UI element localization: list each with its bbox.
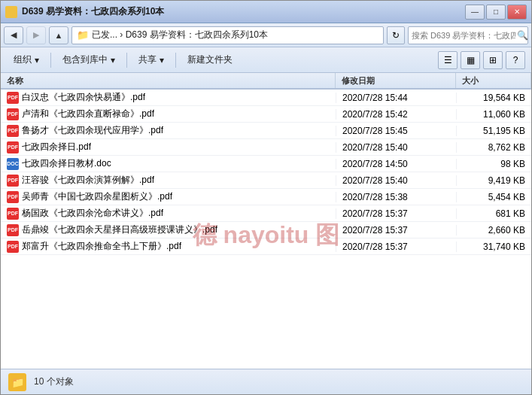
up-button[interactable]: ▲ bbox=[49, 26, 68, 44]
file-size: 19,564 KB bbox=[456, 93, 531, 103]
file-date: 2020/7/28 15:38 bbox=[336, 192, 456, 202]
forward-button[interactable]: ▶ bbox=[26, 26, 46, 44]
back-button[interactable]: ◀ bbox=[4, 26, 23, 44]
file-name-cell: PDF 卢清和《七政四余直断禄命》.pdf bbox=[1, 108, 336, 120]
title-bar: D639 易学资料：七政四余系列10本 — □ ✕ bbox=[1, 1, 531, 23]
table-row[interactable]: PDF 白汉忠《七政四余快易通》.pdf 2020/7/28 15:44 19,… bbox=[1, 90, 531, 106]
file-size: 9,419 KB bbox=[456, 175, 531, 186]
file-name-cell: PDF 杨国政《七政四余沦命术讲义》.pdf bbox=[1, 207, 336, 220]
pdf-icon: PDF bbox=[7, 208, 19, 220]
file-date: 2020/7/28 14:50 bbox=[336, 159, 456, 169]
col-date-header[interactable]: 修改日期 bbox=[336, 73, 456, 88]
pdf-icon: PDF bbox=[7, 191, 19, 203]
include-library-label: 包含到库中 bbox=[62, 53, 108, 66]
organize-chevron-icon: ▾ bbox=[35, 55, 39, 65]
share-button[interactable]: 共享 ▾ bbox=[132, 50, 171, 71]
table-row[interactable]: DOC 七政四余择日教材.doc 2020/7/28 14:50 98 KB bbox=[1, 156, 531, 172]
view-tiles-button[interactable]: ⊞ bbox=[483, 51, 503, 69]
toolbar-separator-1 bbox=[50, 53, 51, 68]
maximize-button[interactable]: □ bbox=[486, 5, 506, 20]
help-button[interactable]: ? bbox=[506, 51, 525, 69]
file-date: 2020/7/28 15:42 bbox=[336, 109, 456, 120]
pdf-icon: PDF bbox=[7, 241, 19, 253]
file-size: 51,195 KB bbox=[456, 126, 531, 136]
title-bar-left: D639 易学资料：七政四余系列10本 bbox=[5, 5, 164, 18]
status-bar: 📁 10 个对象 bbox=[1, 369, 531, 394]
include-library-chevron-icon: ▾ bbox=[111, 55, 115, 65]
file-name: 岳鼎竣《七政四余天星择日高级班授课讲义》.pdf bbox=[22, 223, 217, 236]
table-row[interactable]: PDF 鲁扬才《七政四余现代应用学》.pdf 2020/7/28 15:45 5… bbox=[1, 123, 531, 139]
file-list: PDF 白汉忠《七政四余快易通》.pdf 2020/7/28 15:44 19,… bbox=[1, 90, 531, 369]
file-size: 2,660 KB bbox=[456, 225, 531, 235]
organize-button[interactable]: 组织 ▾ bbox=[7, 50, 46, 71]
address-text: 已发... › D639 易学资料：七政四余系列10本 bbox=[92, 29, 268, 41]
table-row[interactable]: PDF 吴师青《中国七政四余星图析义》.pdf 2020/7/28 15:38 … bbox=[1, 189, 531, 205]
file-name-cell: PDF 郑富升《七政四余推命全书上下册》.pdf bbox=[1, 240, 336, 253]
file-date: 2020/7/28 15:37 bbox=[336, 208, 456, 219]
file-size: 11,060 KB bbox=[456, 109, 531, 120]
file-name: 七政四余择日教材.doc bbox=[22, 157, 111, 170]
share-chevron-icon: ▾ bbox=[160, 55, 164, 65]
status-count: 10 个对象 bbox=[34, 375, 74, 388]
file-name-cell: PDF 吴师青《中国七政四余星图析义》.pdf bbox=[1, 190, 336, 203]
file-header: 名称 修改日期 大小 bbox=[1, 73, 531, 90]
include-library-button[interactable]: 包含到库中 ▾ bbox=[56, 50, 122, 71]
file-date: 2020/7/28 15:37 bbox=[336, 242, 456, 252]
window: D639 易学资料：七政四余系列10本 — □ ✕ ◀ ▶ ▲ 📁 已发... … bbox=[0, 0, 532, 395]
file-area-wrapper: 名称 修改日期 大小 PDF 白汉忠《七政四余快易通》.pdf 2020/7/2… bbox=[1, 73, 531, 369]
table-row[interactable]: PDF 汪容骏《七政四余演算例解》.pdf 2020/7/28 15:40 9,… bbox=[1, 172, 531, 189]
file-size: 681 KB bbox=[456, 208, 531, 219]
file-name-cell: PDF 七政四余择日.pdf bbox=[1, 141, 336, 153]
file-size: 31,740 KB bbox=[456, 242, 531, 252]
table-row[interactable]: PDF 岳鼎竣《七政四余天星择日高级班授课讲义》.pdf 2020/7/28 1… bbox=[1, 222, 531, 239]
status-folder-icon: 📁 bbox=[8, 373, 26, 391]
file-name-cell: PDF 白汉忠《七政四余快易通》.pdf bbox=[1, 91, 336, 104]
file-date: 2020/7/28 15:40 bbox=[336, 175, 456, 186]
col-name-header[interactable]: 名称 bbox=[1, 73, 336, 88]
file-name-cell: PDF 鲁扬才《七政四余现代应用学》.pdf bbox=[1, 124, 336, 137]
toolbar: 组织 ▾ 包含到库中 ▾ 共享 ▾ 新建文件夹 ☰ ▦ ⊞ ? bbox=[1, 47, 531, 73]
toolbar-separator-2 bbox=[126, 53, 127, 68]
pdf-icon: PDF bbox=[7, 141, 19, 153]
table-row[interactable]: PDF 卢清和《七政四余直断禄命》.pdf 2020/7/28 15:42 11… bbox=[1, 106, 531, 123]
view-details-button[interactable]: ▦ bbox=[461, 51, 480, 69]
file-size: 98 KB bbox=[456, 159, 531, 169]
file-size: 5,454 KB bbox=[456, 192, 531, 202]
col-size-header[interactable]: 大小 bbox=[456, 73, 531, 88]
pdf-icon: PDF bbox=[7, 125, 19, 137]
file-date: 2020/7/28 15:45 bbox=[336, 126, 456, 136]
search-icon: 🔍 bbox=[517, 30, 528, 41]
toolbar-separator-3 bbox=[175, 53, 176, 68]
file-name: 吴师青《中国七政四余星图析义》.pdf bbox=[22, 190, 172, 203]
address-folder-icon: 📁 bbox=[77, 29, 89, 41]
new-folder-button[interactable]: 新建文件夹 bbox=[181, 50, 239, 71]
pdf-icon: PDF bbox=[7, 92, 19, 104]
file-name-cell: PDF 汪容骏《七政四余演算例解》.pdf bbox=[1, 174, 336, 187]
organize-label: 组织 bbox=[14, 53, 32, 66]
title-controls: — □ ✕ bbox=[465, 5, 527, 20]
refresh-button[interactable]: ↻ bbox=[387, 26, 405, 44]
close-button[interactable]: ✕ bbox=[507, 5, 527, 20]
search-input[interactable] bbox=[412, 31, 515, 40]
file-name: 白汉忠《七政四余快易通》.pdf bbox=[22, 91, 145, 104]
minimize-button[interactable]: — bbox=[465, 5, 485, 20]
file-size: 8,762 KB bbox=[456, 142, 531, 153]
view-list-button[interactable]: ☰ bbox=[438, 51, 458, 69]
table-row[interactable]: PDF 七政四余择日.pdf 2020/7/28 15:40 8,762 KB bbox=[1, 139, 531, 156]
file-date: 2020/7/28 15:37 bbox=[336, 225, 456, 235]
file-date: 2020/7/28 15:44 bbox=[336, 93, 456, 103]
window-title: D639 易学资料：七政四余系列10本 bbox=[22, 5, 164, 18]
file-name: 鲁扬才《七政四余现代应用学》.pdf bbox=[22, 124, 163, 137]
address-bar[interactable]: 📁 已发... › D639 易学资料：七政四余系列10本 bbox=[71, 26, 384, 44]
file-area: 名称 修改日期 大小 PDF 白汉忠《七政四余快易通》.pdf 2020/7/2… bbox=[1, 73, 531, 369]
new-folder-label: 新建文件夹 bbox=[187, 53, 233, 66]
file-name: 七政四余择日.pdf bbox=[22, 141, 91, 153]
file-name: 杨国政《七政四余沦命术讲义》.pdf bbox=[22, 207, 163, 220]
file-name: 卢清和《七政四余直断禄命》.pdf bbox=[22, 108, 154, 120]
table-row[interactable]: PDF 杨国政《七政四余沦命术讲义》.pdf 2020/7/28 15:37 6… bbox=[1, 205, 531, 222]
folder-icon bbox=[5, 6, 17, 18]
doc-icon: DOC bbox=[7, 158, 19, 170]
table-row[interactable]: PDF 郑富升《七政四余推命全书上下册》.pdf 2020/7/28 15:37… bbox=[1, 239, 531, 255]
search-box[interactable]: 🔍 bbox=[408, 26, 528, 44]
pdf-icon: PDF bbox=[7, 108, 19, 120]
